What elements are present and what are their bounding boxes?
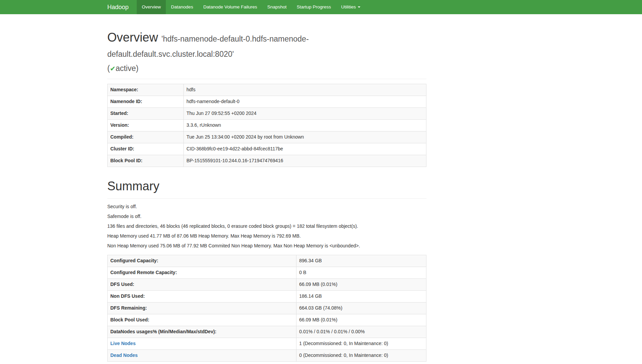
nav-item-datanode-volume-failures: Datanode Volume Failures [198, 0, 262, 14]
top-navbar: Hadoop Overview Datanodes Datanode Volum… [0, 0, 642, 14]
row-label: DFS Remaining: [108, 302, 296, 314]
table-row-namespace: Namespace: hdfs [108, 84, 426, 96]
table-row-dead-nodes: Dead Nodes 0 (Decommissioned: 0, In Main… [108, 349, 426, 361]
dead-nodes-link[interactable]: Dead Nodes [110, 353, 138, 358]
row-label: Started: [108, 107, 184, 119]
summary-title: Summary [107, 178, 426, 194]
row-value: 0.01% / 0.01% / 0.01% / 0.00% [296, 326, 426, 338]
table-row-non-dfs-used: Non DFS Used: 186.14 GB [108, 290, 426, 302]
table-row-started: Started: Thu Jun 27 09:52:55 +0200 2024 [108, 107, 426, 119]
navbar-menu: Overview Datanodes Datanode Volume Failu… [137, 0, 366, 14]
table-row-namenode-id: Namenode ID: hdfs-namenode-default-0 [108, 96, 426, 107]
table-row-configured-capacity: Configured Capacity: 896.34 GB [108, 255, 426, 267]
row-label: Namespace: [108, 84, 184, 96]
row-value: 896.34 GB [296, 255, 426, 267]
filesystem-objects-text: 136 files and directories, 46 blocks (46… [107, 223, 426, 230]
row-label: Configured Remote Capacity: [108, 267, 296, 278]
nav-link-datanodes[interactable]: Datanodes [166, 0, 198, 14]
row-label: DFS Used: [108, 278, 296, 290]
row-value: Tue Jun 25 13:34:00 +0200 2024 by root f… [184, 131, 426, 143]
status-active-text: active) [115, 64, 138, 73]
table-row-live-nodes: Live Nodes 1 (Decommissioned: 0, In Main… [108, 338, 426, 349]
safemode-status-text: Safemode is off. [107, 213, 426, 220]
nav-link-datanode-volume-failures[interactable]: Datanode Volume Failures [198, 0, 262, 14]
row-value: 0 (Decommissioned: 0, In Maintenance: 0) [296, 349, 426, 361]
row-value: 664.03 GB (74.08%) [296, 302, 426, 314]
row-value: 186.14 GB [296, 290, 426, 302]
table-row-configured-remote-capacity: Configured Remote Capacity: 0 B [108, 267, 426, 278]
row-label: Configured Capacity: [108, 255, 296, 267]
header-divider [107, 79, 426, 79]
nav-link-utilities-dropdown[interactable]: Utilities [336, 0, 366, 14]
summary-table: Configured Capacity: 896.34 GB Configure… [107, 255, 426, 362]
nav-item-datanodes: Datanodes [166, 0, 198, 14]
nav-link-snapshot[interactable]: Snapshot [262, 0, 292, 14]
row-label: Cluster ID: [108, 143, 184, 155]
table-row-block-pool-id: Block Pool ID: BP-1515559101-10.244.0.16… [108, 155, 426, 167]
check-icon: ✔ [110, 65, 116, 72]
page-title: Overview 'hdfs-namenode-default-0.hdfs-n… [107, 30, 426, 60]
caret-down-icon [358, 6, 360, 8]
page-title-text: Overview [107, 30, 158, 44]
table-row-dfs-used: DFS Used: 66.09 MB (0.01%) [108, 278, 426, 290]
row-value: 1 (Decommissioned: 0, In Maintenance: 0) [296, 338, 426, 349]
row-value: 3.3.6, rUnknown [184, 119, 426, 131]
row-value: BP-1515559101-10.244.0.16-1719474769416 [184, 155, 426, 167]
nav-utilities-label: Utilities [341, 4, 356, 9]
live-nodes-link[interactable]: Live Nodes [110, 341, 136, 346]
row-label: Namenode ID: [108, 96, 184, 107]
namenode-status: (✔active) [107, 63, 426, 74]
main-content: Overview 'hdfs-namenode-default-0.hdfs-n… [107, 14, 426, 362]
row-label: Block Pool Used: [108, 314, 296, 326]
nav-link-overview[interactable]: Overview [137, 0, 166, 14]
table-row-block-pool-used: Block Pool Used: 66.09 MB (0.01%) [108, 314, 426, 326]
row-value: 66.09 MB (0.01%) [296, 314, 426, 326]
namenode-info-table: Namespace: hdfs Namenode ID: hdfs-nameno… [107, 84, 426, 167]
table-row-compiled: Compiled: Tue Jun 25 13:34:00 +0200 2024… [108, 131, 426, 143]
security-status-text: Security is off. [107, 203, 426, 210]
row-value: hdfs-namenode-default-0 [184, 96, 426, 107]
row-label: Live Nodes [108, 338, 296, 349]
row-label: Dead Nodes [108, 349, 296, 361]
navbar-container: Hadoop Overview Datanodes Datanode Volum… [107, 0, 642, 14]
nav-item-utilities: Utilities [336, 0, 366, 14]
nav-item-snapshot: Snapshot [262, 0, 292, 14]
brand-hadoop[interactable]: Hadoop [107, 0, 137, 14]
non-heap-memory-text: Non Heap Memory used 75.06 MB of 77.92 M… [107, 243, 426, 249]
nav-item-overview: Overview [137, 0, 166, 14]
table-row-dfs-remaining: DFS Remaining: 664.03 GB (74.08%) [108, 302, 426, 314]
status-open-paren: ( [107, 64, 110, 73]
heap-memory-text: Heap Memory used 41.77 MB of 87.06 MB He… [107, 233, 426, 240]
row-label: DataNodes usages% (Min/Median/Max/stdDev… [108, 326, 296, 338]
summary-paragraphs: Security is off. Safemode is off. 136 fi… [107, 203, 426, 249]
row-label: Non DFS Used: [108, 290, 296, 302]
row-value: CID-368b9fc0-ee19-4d22-abbd-84fcec8117be [184, 143, 426, 155]
row-label: Compiled: [108, 131, 184, 143]
summary-divider [107, 198, 426, 199]
table-row-datanode-usages: DataNodes usages% (Min/Median/Max/stdDev… [108, 326, 426, 338]
row-value: hdfs [184, 84, 426, 96]
nav-link-startup-progress[interactable]: Startup Progress [292, 0, 336, 14]
table-row-cluster-id: Cluster ID: CID-368b9fc0-ee19-4d22-abbd-… [108, 143, 426, 155]
row-value: 66.09 MB (0.01%) [296, 278, 426, 290]
row-label: Version: [108, 119, 184, 131]
row-label: Block Pool ID: [108, 155, 184, 167]
row-value: Thu Jun 27 09:52:55 +0200 2024 [184, 107, 426, 119]
nav-item-startup-progress: Startup Progress [292, 0, 336, 14]
row-value: 0 B [296, 267, 426, 278]
table-row-version: Version: 3.3.6, rUnknown [108, 119, 426, 131]
